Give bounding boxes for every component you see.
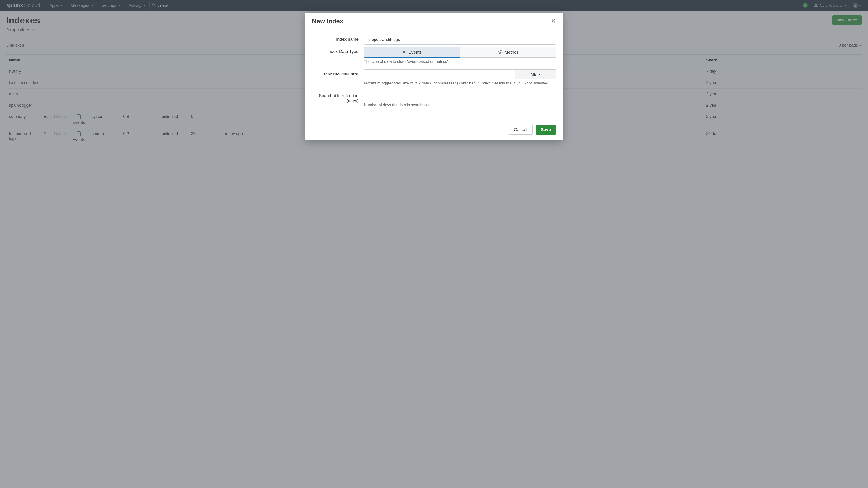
modal-footer: Cancel Save <box>305 120 563 140</box>
new-index-modal: New Index ✕ Index name Index Data Type E… <box>305 13 563 140</box>
retention-input[interactable] <box>364 91 556 101</box>
toggle-label: Metrics <box>504 50 518 55</box>
row-max-size: Max raw data size MB ▼ Maximum aggregate… <box>312 69 556 89</box>
row-retention: Searchable retention (days) Number of da… <box>312 91 556 110</box>
help-max-size: Maximum aggregated size of raw data (unc… <box>364 81 556 86</box>
size-unit-select[interactable]: MB ▼ <box>515 69 556 79</box>
label-retention: Searchable retention (days) <box>312 91 364 103</box>
index-name-input[interactable] <box>364 35 556 44</box>
toggle-events[interactable]: Events <box>364 47 460 58</box>
cancel-button[interactable]: Cancel <box>508 125 532 135</box>
save-button[interactable]: Save <box>536 125 556 135</box>
label-data-type: Index Data Type <box>312 47 364 54</box>
max-size-input[interactable] <box>364 69 515 79</box>
data-type-toggle: Events Metrics <box>364 47 556 58</box>
label-max-size: Max raw data size <box>312 69 364 76</box>
row-index-name: Index name <box>312 35 556 44</box>
toggle-label: Events <box>408 50 422 55</box>
modal-body: Index name Index Data Type Events <box>305 30 563 120</box>
unit-label: MB <box>530 72 537 77</box>
modal-overlay: New Index ✕ Index name Index Data Type E… <box>0 0 868 150</box>
modal-title: New Index <box>312 18 343 25</box>
events-icon <box>403 50 406 55</box>
row-data-type: Index Data Type Events Metrics The type … <box>312 47 556 67</box>
close-icon[interactable]: ✕ <box>551 18 556 24</box>
caret-down-icon: ▼ <box>538 73 541 76</box>
label-index-name: Index name <box>312 35 364 42</box>
help-data-type: The type of data to store (event-based o… <box>364 59 556 64</box>
max-size-group: MB ▼ <box>364 69 556 79</box>
toggle-metrics[interactable]: Metrics <box>460 47 556 58</box>
metrics-icon <box>498 50 503 54</box>
help-retention: Number of days the data is searchable <box>364 103 556 107</box>
modal-header: New Index ✕ <box>305 13 563 30</box>
